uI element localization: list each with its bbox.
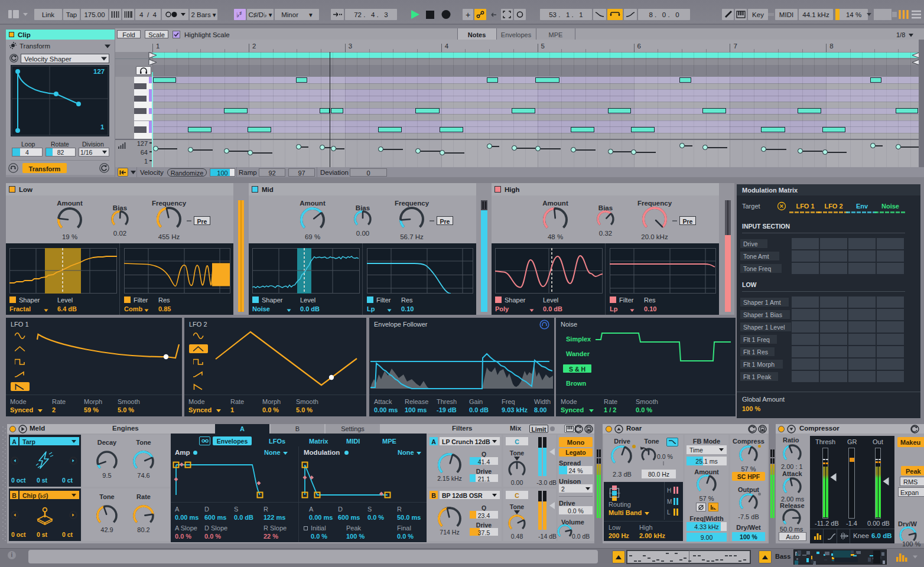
svg-text:♭♯: ♭♯: [236, 11, 242, 18]
